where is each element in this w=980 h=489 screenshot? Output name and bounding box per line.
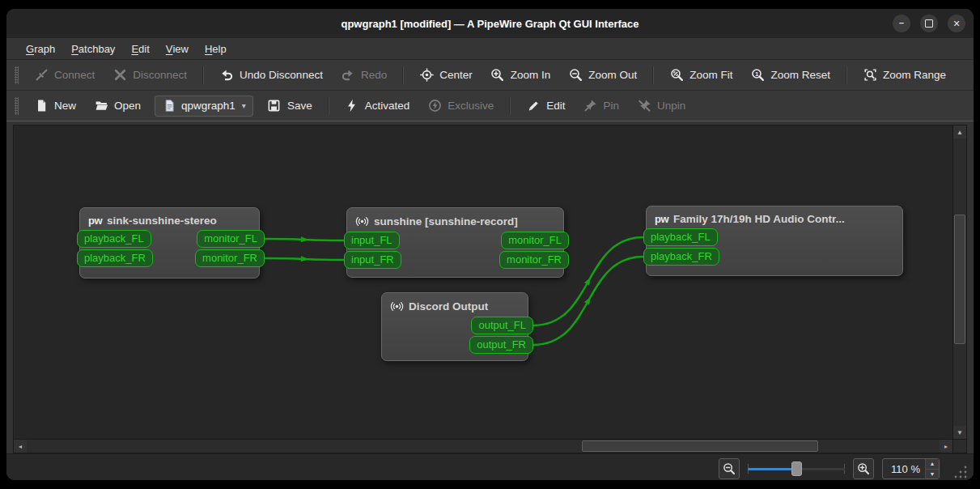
titlebar[interactable]: qpwgraph1 [modified] — A PipeWire Graph …: [6, 9, 974, 38]
toolbar-patchbay: NewOpenqpwgraph1▾SaveActivatedExclusiveE…: [6, 91, 974, 121]
zoom-reset-button[interactable]: 1Zoom Reset: [744, 65, 838, 86]
zoom-value: 110 %: [883, 463, 925, 475]
toolbar-graph: ConnectDisconnectUndo DisconnectRedoCent…: [6, 60, 974, 91]
wire-arrow-icon: [584, 276, 593, 286]
speaker-icon: [355, 215, 369, 228]
port-row: input_FRmonitor_FR: [347, 251, 563, 269]
speaker-icon: [390, 300, 404, 313]
vertical-scroll-thumb[interactable]: [954, 215, 965, 344]
toolbar-drag-handle[interactable]: [15, 97, 19, 115]
save-button[interactable]: Save: [260, 96, 320, 117]
scroll-up-arrow[interactable]: ▲: [953, 125, 966, 138]
node-family[interactable]: pwFamily 17h/19h HD Audio Contr...playba…: [646, 206, 903, 276]
port-row: playback_FR: [647, 248, 902, 266]
new-button[interactable]: New: [27, 96, 83, 117]
menu-view[interactable]: View: [158, 38, 197, 59]
wire-arrow-icon: [301, 256, 309, 262]
slider-handle[interactable]: [791, 461, 802, 476]
file-icon: [162, 99, 176, 113]
toolbar-button-label: Exclusive: [448, 100, 494, 112]
port-row: output_FR: [382, 336, 528, 354]
toolbar-drag-handle[interactable]: [15, 66, 19, 84]
node-title-label: sunshine [sunshine-record]: [374, 215, 518, 227]
resize-grip[interactable]: [953, 465, 968, 479]
menu-edit[interactable]: Edit: [123, 38, 157, 59]
scroll-down-arrow[interactable]: ▼: [953, 426, 966, 439]
connection-wire[interactable]: [265, 239, 344, 240]
node-sink[interactable]: pwsink-sunshine-stereoplayback_FLmonitor…: [79, 207, 260, 279]
menu-patchbay[interactable]: Patchbay: [63, 38, 123, 59]
port[interactable]: input_FR: [344, 251, 401, 269]
exclusive-button[interactable]: Exclusive: [420, 96, 501, 117]
horizontal-scroll-track[interactable]: [27, 440, 940, 453]
patchbay-profile-combobox[interactable]: qpwgraph1▾: [155, 96, 253, 117]
zoom-range-button[interactable]: Zoom Range: [855, 65, 953, 86]
zoom-slider[interactable]: [748, 461, 845, 477]
node-discord[interactable]: Discord Outputoutput_FLoutput_FR: [381, 292, 528, 361]
node-title: pwsink-sunshine-stereo: [80, 208, 259, 229]
port[interactable]: playback_FR: [643, 248, 719, 266]
spin-up-arrow[interactable]: ▲: [926, 459, 939, 470]
redo-button[interactable]: Redo: [333, 65, 394, 86]
menu-help[interactable]: Help: [197, 38, 235, 59]
scroll-left-arrow[interactable]: ◂: [14, 440, 27, 453]
undo-disconnect-button[interactable]: Undo Disconnect: [212, 65, 330, 86]
port[interactable]: playback_FR: [77, 249, 153, 267]
window-title: qpwgraph1 [modified] — A PipeWire Graph …: [6, 18, 974, 30]
port[interactable]: playback_FL: [77, 230, 151, 248]
zoom-in-button[interactable]: Zoom In: [483, 65, 558, 86]
unpin-button[interactable]: Unpin: [630, 96, 693, 117]
spin-buttons: ▲ ▼: [925, 459, 939, 478]
zoom-out-button[interactable]: [719, 458, 740, 479]
port[interactable]: output_FL: [471, 317, 533, 334]
horizontal-scrollbar[interactable]: ◂ ▸: [14, 440, 952, 453]
edit-button[interactable]: Edit: [519, 96, 572, 117]
spin-down-arrow[interactable]: ▼: [926, 470, 939, 479]
minimize-button[interactable]: –: [893, 15, 910, 32]
vertical-scrollbar[interactable]: ▲ ▼: [953, 125, 966, 439]
zoom-spinbox[interactable]: 110 % ▲ ▼: [882, 458, 940, 479]
vertical-scroll-track[interactable]: [953, 138, 966, 426]
maximize-button[interactable]: [920, 15, 938, 32]
port[interactable]: input_FL: [344, 232, 400, 249]
horizontal-scroll-thumb[interactable]: [582, 440, 818, 452]
toolbar-button-label: Zoom Fit: [689, 69, 732, 81]
port[interactable]: monitor_FL: [501, 232, 569, 249]
slider-fill: [748, 468, 796, 470]
port[interactable]: monitor_FR: [499, 251, 569, 269]
node-title: Discord Output: [382, 293, 528, 316]
menu-graph[interactable]: Graph: [18, 38, 63, 59]
toolbar-button-label: Unpin: [657, 100, 685, 112]
wire-arrow-icon: [584, 296, 593, 305]
connect-icon: [34, 68, 49, 83]
activated-button[interactable]: Activated: [337, 96, 418, 117]
center-button[interactable]: Center: [412, 65, 480, 86]
pin-button[interactable]: Pin: [576, 96, 627, 117]
graph-frame: pwsink-sunshine-stereoplayback_FLmonitor…: [13, 125, 967, 453]
port[interactable]: monitor_FL: [197, 230, 265, 248]
node-sunshine[interactable]: sunshine [sunshine-record]input_FLmonito…: [346, 207, 564, 278]
zoom-fit-button[interactable]: Zoom Fit: [662, 65, 740, 86]
port[interactable]: monitor_FR: [195, 249, 265, 267]
toolbar-button-label: Edit: [546, 100, 565, 112]
zoom-reset-icon: 1: [751, 68, 766, 83]
connection-wire[interactable]: [265, 258, 344, 260]
app-window: qpwgraph1 [modified] — A PipeWire Graph …: [6, 9, 974, 480]
zoom-in-button[interactable]: [853, 458, 874, 479]
toolbar-separator: [846, 66, 847, 84]
zoom-range-icon: [863, 68, 877, 83]
port-row: output_FL: [382, 317, 528, 334]
close-button[interactable]: ✕: [948, 15, 965, 32]
port-row: playback_FL: [647, 228, 902, 246]
connect-button[interactable]: Connect: [27, 65, 102, 86]
zoom-out-button[interactable]: Zoom Out: [561, 65, 644, 86]
graph-canvas[interactable]: pwsink-sunshine-stereoplayback_FLmonitor…: [14, 125, 952, 439]
port[interactable]: playback_FL: [643, 228, 718, 246]
port[interactable]: output_FR: [469, 336, 533, 354]
scrollbar-corner: [953, 440, 966, 453]
node-title-label: Discord Output: [409, 300, 488, 313]
connection-wires: [14, 125, 952, 439]
scroll-right-arrow[interactable]: ▸: [940, 440, 952, 453]
disconnect-button[interactable]: Disconnect: [105, 65, 194, 86]
open-button[interactable]: Open: [87, 96, 148, 117]
